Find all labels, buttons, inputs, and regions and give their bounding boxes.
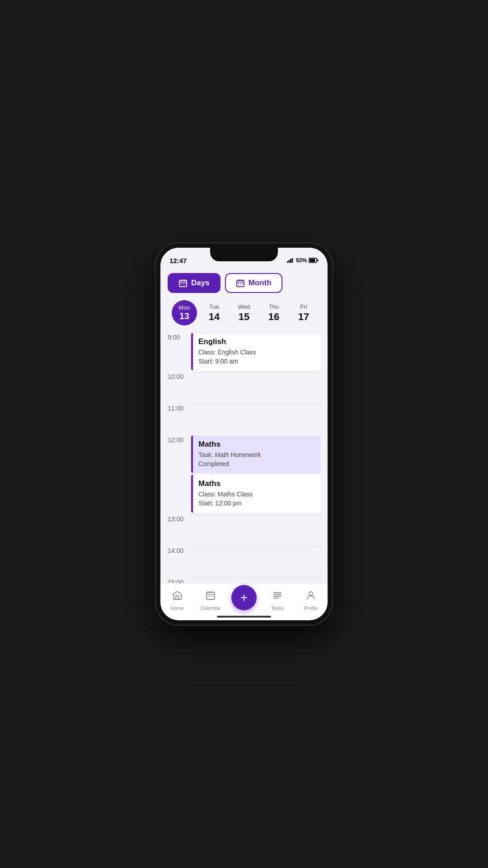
svg-rect-3 [292, 258, 293, 263]
time-label-1000: 10:00 [168, 372, 191, 380]
nav-tasks[interactable]: Tasks [261, 590, 294, 611]
nav-calendar[interactable]: Calendar [194, 590, 227, 611]
time-label-1300: 13:00 [168, 514, 191, 523]
day-fri-name: Fri [289, 303, 319, 310]
svg-rect-21 [211, 591, 212, 593]
time-label-1100: 11:00 [168, 404, 191, 412]
calendar-icon [205, 590, 216, 604]
time-label-1400: 14:00 [168, 546, 191, 554]
svg-rect-15 [241, 279, 242, 281]
home-icon [172, 590, 183, 604]
day-header: Mon 13 Tue 14 Wed 15 Thu 16 Fri [168, 300, 320, 326]
schedule: 9:00 English Class: English Class Start:… [168, 333, 320, 583]
day-thu[interactable]: Thu 16 [259, 303, 289, 323]
bottom-nav: Home Calendar [160, 583, 328, 620]
svg-rect-23 [210, 596, 211, 597]
svg-rect-2 [290, 259, 291, 263]
event-maths-task-detail1: Task: Math Homework [198, 451, 315, 460]
day-tue-num: 14 [199, 311, 229, 323]
svg-rect-12 [184, 283, 185, 284]
time-label-1200: 12:00 [168, 435, 191, 443]
tasks-icon [272, 590, 283, 604]
event-english[interactable]: English Class: English Class Start: 9:00… [191, 333, 320, 370]
event-english-detail1: Class: English Class [198, 348, 315, 357]
day-tue[interactable]: Tue 14 [199, 303, 229, 323]
nav-home-label: Home [170, 605, 183, 611]
day-wed[interactable]: Wed 15 [229, 303, 259, 323]
event-maths-task[interactable]: Maths Task: Math Homework Completed [191, 435, 320, 473]
profile-icon [305, 590, 316, 604]
month-label: Month [249, 278, 272, 288]
svg-rect-1 [289, 260, 290, 263]
nav-profile-label: Profile [304, 605, 318, 611]
svg-rect-10 [181, 283, 182, 284]
day-fri-num: 17 [289, 311, 319, 323]
svg-rect-5 [310, 259, 315, 262]
nav-profile[interactable]: Profile [294, 590, 328, 611]
day-fri[interactable]: Fri 17 [289, 303, 319, 323]
svg-rect-24 [212, 596, 213, 597]
event-maths-task-detail2: Completed [198, 460, 315, 469]
day-wed-name: Wed [229, 303, 259, 310]
event-maths-class-detail2: Start: 12:00 pm [198, 499, 315, 508]
days-button[interactable]: Days [168, 273, 221, 293]
event-english-title: English [198, 337, 315, 346]
time-label-1500: 15:00 [168, 578, 191, 583]
svg-rect-16 [238, 283, 239, 284]
signal-icon [287, 258, 294, 263]
add-button[interactable]: + [231, 585, 257, 610]
day-mon-num: 13 [179, 311, 189, 321]
svg-rect-18 [242, 283, 243, 284]
time-row-1400: 14:00 [168, 546, 320, 578]
month-button[interactable]: Month [225, 273, 282, 293]
time-row-1300: 13:00 [168, 514, 320, 546]
day-wed-num: 15 [229, 311, 259, 323]
main-content: Days Month [160, 268, 328, 583]
svg-rect-20 [209, 591, 210, 593]
nav-home[interactable]: Home [160, 590, 194, 611]
phone-notch [210, 248, 278, 261]
event-maths-class-detail1: Class: Maths Class [198, 490, 315, 499]
time-content-900: English Class: English Class Start: 9:00… [191, 333, 320, 372]
event-english-detail2: Start: 9:00 am [198, 357, 315, 366]
days-label: Days [191, 278, 210, 288]
home-indicator [217, 616, 271, 618]
battery-text: 92% [296, 257, 307, 264]
svg-rect-17 [240, 283, 241, 284]
svg-point-25 [309, 592, 313, 595]
svg-rect-11 [183, 283, 183, 284]
day-thu-num: 16 [259, 311, 289, 323]
nav-calendar-label: Calendar [201, 605, 221, 611]
day-thu-name: Thu [259, 303, 289, 310]
time-label-900: 9:00 [168, 333, 191, 341]
calendar-month-icon [236, 278, 245, 288]
nav-fab-container: + [227, 585, 261, 616]
phone-frame: 12:47 92% [156, 243, 332, 625]
time-row-1100: 11:00 [168, 404, 320, 435]
time-row-1000: 10:00 [168, 372, 320, 404]
time-content-1200: Maths Task: Math Homework Completed Math… [191, 435, 320, 514]
status-icons: 92% [287, 257, 319, 264]
add-icon: + [240, 591, 248, 604]
time-row-900: 9:00 English Class: English Class Start:… [168, 333, 320, 372]
time-row-1500: 15:00 [168, 578, 320, 583]
day-mon-name: Mon [178, 304, 190, 311]
event-maths-task-title: Maths [198, 440, 315, 449]
svg-rect-8 [181, 279, 182, 281]
day-mon[interactable]: Mon 13 [169, 300, 199, 326]
battery-icon [309, 258, 319, 263]
toggle-bar: Days Month [168, 273, 320, 293]
svg-rect-6 [317, 259, 319, 261]
status-time: 12:47 [169, 257, 187, 264]
nav-tasks-label: Tasks [271, 605, 284, 611]
svg-rect-22 [208, 596, 209, 597]
event-maths-class[interactable]: Maths Class: Maths Class Start: 12:00 pm [191, 475, 320, 512]
calendar-days-icon [178, 278, 188, 288]
svg-rect-0 [287, 261, 288, 263]
svg-rect-14 [239, 279, 239, 281]
time-row-1200: 12:00 Maths Task: Math Homework Complete… [168, 435, 320, 514]
day-tue-name: Tue [199, 303, 229, 310]
event-maths-class-title: Maths [198, 479, 315, 488]
svg-rect-9 [184, 279, 185, 281]
